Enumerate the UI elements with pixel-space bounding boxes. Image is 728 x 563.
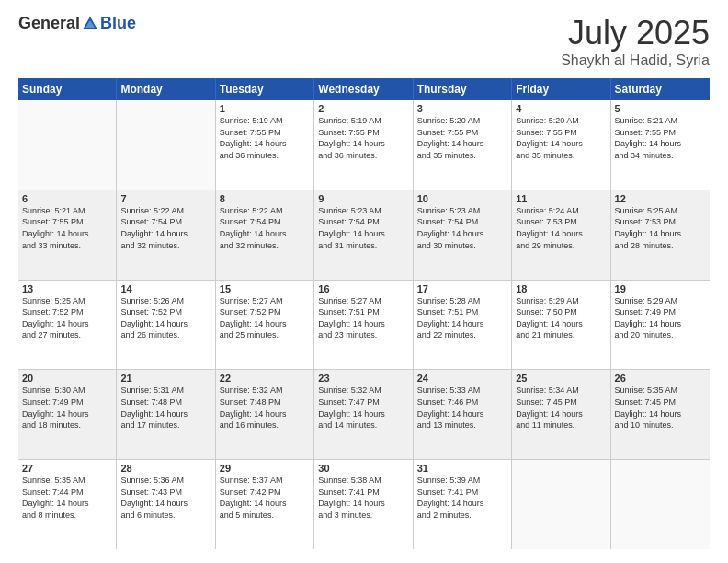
cell-info: Sunrise: 5:36 AMSunset: 7:43 PMDaylight:… <box>120 475 210 521</box>
cell-info: Sunrise: 5:32 AMSunset: 7:48 PMDaylight:… <box>220 385 310 431</box>
cell-info: Sunrise: 5:25 AMSunset: 7:53 PMDaylight:… <box>615 205 706 251</box>
calendar-cell-3-4: 24Sunrise: 5:33 AMSunset: 7:46 PMDayligh… <box>414 370 512 459</box>
calendar-body: 1Sunrise: 5:19 AMSunset: 7:55 PMDaylight… <box>18 100 710 549</box>
calendar-cell-2-4: 17Sunrise: 5:28 AMSunset: 7:51 PMDayligh… <box>414 281 512 370</box>
cell-info: Sunrise: 5:23 AMSunset: 7:54 PMDaylight:… <box>318 205 408 251</box>
cell-info: Sunrise: 5:24 AMSunset: 7:53 PMDaylight:… <box>516 205 606 251</box>
calendar-cell-3-0: 20Sunrise: 5:30 AMSunset: 7:49 PMDayligh… <box>18 370 117 459</box>
title-block: July 2025 Shaykh al Hadid, Syria <box>561 14 710 69</box>
cell-info: Sunrise: 5:20 AMSunset: 7:55 PMDaylight:… <box>516 115 606 161</box>
day-number: 8 <box>220 193 310 204</box>
cell-info: Sunrise: 5:39 AMSunset: 7:41 PMDaylight:… <box>417 475 507 521</box>
day-number: 7 <box>120 193 210 204</box>
cell-info: Sunrise: 5:22 AMSunset: 7:54 PMDaylight:… <box>120 205 210 251</box>
cell-info: Sunrise: 5:29 AMSunset: 7:49 PMDaylight:… <box>615 295 706 341</box>
header-day-tuesday: Tuesday <box>216 78 314 100</box>
day-number: 16 <box>318 283 408 294</box>
calendar-cell-3-3: 23Sunrise: 5:32 AMSunset: 7:47 PMDayligh… <box>314 370 413 459</box>
calendar-cell-4-6 <box>611 460 710 549</box>
calendar-cell-1-4: 10Sunrise: 5:23 AMSunset: 7:54 PMDayligh… <box>414 190 512 280</box>
calendar-cell-1-0: 6Sunrise: 5:21 AMSunset: 7:55 PMDaylight… <box>18 190 117 280</box>
cell-info: Sunrise: 5:26 AMSunset: 7:52 PMDaylight:… <box>120 295 210 341</box>
logo-text: General Blue <box>18 14 136 33</box>
calendar-cell-2-5: 18Sunrise: 5:29 AMSunset: 7:50 PMDayligh… <box>512 281 610 370</box>
page: General Blue July 2025 Shaykh al Hadid, … <box>0 0 728 563</box>
cell-info: Sunrise: 5:21 AMSunset: 7:55 PMDaylight:… <box>615 115 706 161</box>
cell-info: Sunrise: 5:23 AMSunset: 7:54 PMDaylight:… <box>417 205 507 251</box>
logo-blue: Blue <box>100 14 136 33</box>
day-number: 6 <box>22 193 112 204</box>
cell-info: Sunrise: 5:30 AMSunset: 7:49 PMDaylight:… <box>22 385 112 431</box>
calendar-cell-1-1: 7Sunrise: 5:22 AMSunset: 7:54 PMDaylight… <box>117 190 215 280</box>
calendar-cell-2-2: 15Sunrise: 5:27 AMSunset: 7:52 PMDayligh… <box>216 281 314 370</box>
day-number: 19 <box>615 283 706 294</box>
day-number: 17 <box>417 283 507 294</box>
cell-info: Sunrise: 5:35 AMSunset: 7:45 PMDaylight:… <box>615 385 706 431</box>
cell-info: Sunrise: 5:21 AMSunset: 7:55 PMDaylight:… <box>22 205 112 251</box>
calendar-cell-0-0 <box>18 100 117 190</box>
cell-info: Sunrise: 5:33 AMSunset: 7:46 PMDaylight:… <box>417 385 507 431</box>
calendar-cell-1-3: 9Sunrise: 5:23 AMSunset: 7:54 PMDaylight… <box>314 190 413 280</box>
header-day-thursday: Thursday <box>414 78 512 100</box>
day-number: 24 <box>417 373 507 384</box>
calendar-cell-0-6: 5Sunrise: 5:21 AMSunset: 7:55 PMDaylight… <box>611 100 710 190</box>
calendar-cell-0-2: 1Sunrise: 5:19 AMSunset: 7:55 PMDaylight… <box>216 100 314 190</box>
calendar-row-2: 13Sunrise: 5:25 AMSunset: 7:52 PMDayligh… <box>18 281 710 371</box>
day-number: 12 <box>615 193 706 204</box>
calendar-cell-4-0: 27Sunrise: 5:35 AMSunset: 7:44 PMDayligh… <box>18 460 117 549</box>
calendar-cell-4-4: 31Sunrise: 5:39 AMSunset: 7:41 PMDayligh… <box>414 460 512 549</box>
logo-general: General <box>18 14 80 33</box>
calendar-cell-1-2: 8Sunrise: 5:22 AMSunset: 7:54 PMDaylight… <box>216 190 314 280</box>
header-day-monday: Monday <box>117 78 215 100</box>
day-number: 5 <box>615 103 706 114</box>
header: General Blue July 2025 Shaykh al Hadid, … <box>18 14 710 69</box>
calendar-row-4: 27Sunrise: 5:35 AMSunset: 7:44 PMDayligh… <box>18 460 710 549</box>
cell-info: Sunrise: 5:22 AMSunset: 7:54 PMDaylight:… <box>220 205 310 251</box>
calendar: SundayMondayTuesdayWednesdayThursdayFrid… <box>18 78 710 549</box>
header-day-sunday: Sunday <box>18 78 117 100</box>
cell-info: Sunrise: 5:38 AMSunset: 7:41 PMDaylight:… <box>318 475 408 521</box>
calendar-cell-4-3: 30Sunrise: 5:38 AMSunset: 7:41 PMDayligh… <box>314 460 413 549</box>
day-number: 9 <box>318 193 408 204</box>
calendar-cell-4-2: 29Sunrise: 5:37 AMSunset: 7:42 PMDayligh… <box>216 460 314 549</box>
day-number: 26 <box>615 373 706 384</box>
cell-info: Sunrise: 5:32 AMSunset: 7:47 PMDaylight:… <box>318 385 408 431</box>
day-number: 3 <box>417 103 507 114</box>
day-number: 18 <box>516 283 606 294</box>
day-number: 29 <box>220 463 310 474</box>
calendar-header: SundayMondayTuesdayWednesdayThursdayFrid… <box>18 78 710 100</box>
calendar-cell-0-4: 3Sunrise: 5:20 AMSunset: 7:55 PMDaylight… <box>414 100 512 190</box>
cell-info: Sunrise: 5:19 AMSunset: 7:55 PMDaylight:… <box>220 115 310 161</box>
cell-info: Sunrise: 5:27 AMSunset: 7:51 PMDaylight:… <box>318 295 408 341</box>
day-number: 1 <box>220 103 310 114</box>
calendar-cell-0-3: 2Sunrise: 5:19 AMSunset: 7:55 PMDaylight… <box>314 100 413 190</box>
header-day-wednesday: Wednesday <box>314 78 413 100</box>
calendar-row-3: 20Sunrise: 5:30 AMSunset: 7:49 PMDayligh… <box>18 370 710 460</box>
day-number: 20 <box>22 373 112 384</box>
cell-info: Sunrise: 5:31 AMSunset: 7:48 PMDaylight:… <box>120 385 210 431</box>
day-number: 11 <box>516 193 606 204</box>
cell-info: Sunrise: 5:25 AMSunset: 7:52 PMDaylight:… <box>22 295 112 341</box>
day-number: 27 <box>22 463 112 474</box>
header-day-friday: Friday <box>512 78 610 100</box>
month-title: July 2025 <box>561 14 710 52</box>
day-number: 13 <box>22 283 112 294</box>
cell-info: Sunrise: 5:27 AMSunset: 7:52 PMDaylight:… <box>220 295 310 341</box>
day-number: 15 <box>220 283 310 294</box>
location: Shaykh al Hadid, Syria <box>561 52 710 69</box>
logo-icon <box>81 15 99 33</box>
calendar-cell-2-1: 14Sunrise: 5:26 AMSunset: 7:52 PMDayligh… <box>117 281 215 370</box>
calendar-cell-4-5 <box>512 460 610 549</box>
calendar-cell-3-6: 26Sunrise: 5:35 AMSunset: 7:45 PMDayligh… <box>611 370 710 459</box>
calendar-cell-2-0: 13Sunrise: 5:25 AMSunset: 7:52 PMDayligh… <box>18 281 117 370</box>
calendar-cell-3-2: 22Sunrise: 5:32 AMSunset: 7:48 PMDayligh… <box>216 370 314 459</box>
cell-info: Sunrise: 5:19 AMSunset: 7:55 PMDaylight:… <box>318 115 408 161</box>
calendar-cell-0-5: 4Sunrise: 5:20 AMSunset: 7:55 PMDaylight… <box>512 100 610 190</box>
day-number: 14 <box>120 283 210 294</box>
calendar-row-1: 6Sunrise: 5:21 AMSunset: 7:55 PMDaylight… <box>18 190 710 281</box>
calendar-cell-2-3: 16Sunrise: 5:27 AMSunset: 7:51 PMDayligh… <box>314 281 413 370</box>
calendar-cell-1-5: 11Sunrise: 5:24 AMSunset: 7:53 PMDayligh… <box>512 190 610 280</box>
cell-info: Sunrise: 5:35 AMSunset: 7:44 PMDaylight:… <box>22 475 112 521</box>
day-number: 28 <box>120 463 210 474</box>
logo: General Blue <box>18 14 136 33</box>
